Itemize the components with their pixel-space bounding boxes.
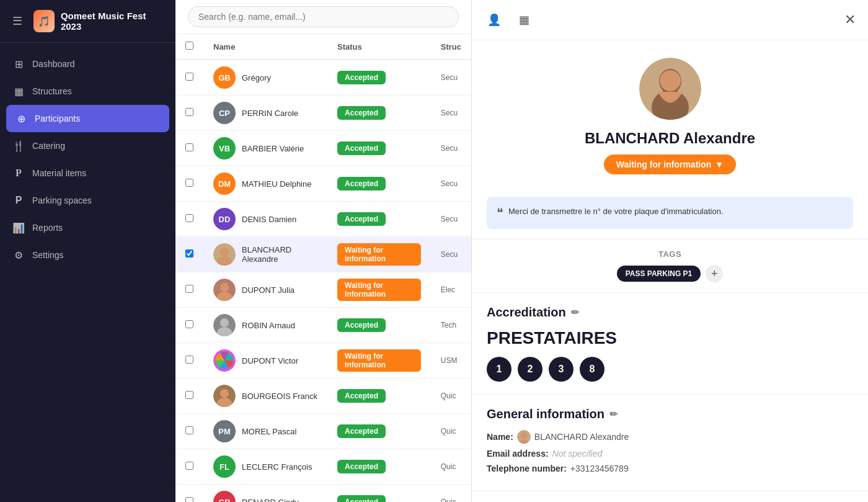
status-badge: Accepted: [337, 71, 386, 84]
status-label: Waiting for information: [616, 159, 711, 169]
status-badge: Accepted: [337, 318, 386, 332]
row-checkbox[interactable]: [185, 320, 193, 328]
num-3: 3: [549, 357, 574, 382]
sidebar-header: ☰ 🎵 Qomeet Music Fest 2023: [0, 0, 175, 43]
close-button[interactable]: ✕: [844, 12, 856, 28]
sidebar: ☰ 🎵 Qomeet Music Fest 2023 ⊞ Dashboard ▦…: [0, 0, 175, 502]
hamburger-icon[interactable]: ☰: [12, 14, 22, 28]
search-input[interactable]: [188, 6, 459, 27]
participant-avatar: GB: [213, 66, 236, 89]
num-8: 8: [580, 357, 604, 382]
row-checkbox[interactable]: [185, 249, 193, 258]
table-row[interactable]: VBBARBIER ValérieAcceptedSecu: [175, 131, 471, 166]
num-1: 1: [487, 357, 512, 382]
row-checkbox[interactable]: [185, 108, 193, 116]
svg-point-1: [220, 248, 229, 256]
detail-header: 👤 ▦ ✕: [472, 0, 868, 40]
select-all-header: [175, 34, 203, 60]
email-row: Email address: Not specified: [487, 449, 853, 459]
accreditation-numbers: 1 2 3 8: [487, 357, 853, 382]
table-row[interactable]: BOURGEOIS FranckAcceptedQuic: [175, 379, 471, 414]
table-row[interactable]: DUPONT VictorWaiting for informationUSM: [175, 343, 471, 379]
row-checkbox[interactable]: [185, 179, 193, 187]
participant-avatar: CR: [213, 491, 236, 502]
row-checkbox[interactable]: [185, 391, 193, 399]
struct-cell: Quic: [431, 379, 471, 414]
status-badge: Accepted: [337, 141, 386, 155]
sidebar-item-participants[interactable]: ⊕ Participants: [6, 105, 169, 132]
participant-avatar: [213, 243, 236, 266]
select-all-checkbox[interactable]: [185, 42, 193, 50]
participant-avatar: [213, 385, 236, 407]
sidebar-item-structures[interactable]: ▦ Structures: [0, 78, 175, 105]
profile-avatar: [639, 58, 701, 120]
status-badge: Accepted: [337, 212, 386, 226]
general-info-title: General information ✏: [487, 407, 853, 421]
status-badge: Accepted: [337, 106, 386, 120]
participant-name: LECLERC François: [242, 462, 312, 472]
participant-avatar: VB: [213, 137, 236, 159]
table-row[interactable]: BLANCHARD AlexandreWaiting for informati…: [175, 237, 471, 272]
person-icon[interactable]: 👤: [484, 10, 504, 30]
calendar-icon[interactable]: ▦: [514, 10, 534, 30]
status-badge: Accepted: [337, 389, 386, 403]
reports-icon: 📊: [12, 222, 25, 234]
participant-name: MOREL Pascal: [242, 427, 296, 436]
sidebar-item-reports[interactable]: 📊 Reports: [0, 214, 175, 241]
row-checkbox[interactable]: [185, 285, 193, 293]
table-row[interactable]: ROBIN ArnaudAcceptedTech: [175, 308, 471, 343]
participant-name: DENIS Damien: [242, 215, 296, 224]
name-label: Name:: [487, 432, 513, 442]
row-checkbox[interactable]: [185, 356, 193, 364]
tags-row: PASS PARKING P1 +: [487, 265, 853, 282]
sidebar-item-dashboard[interactable]: ⊞ Dashboard: [0, 50, 175, 78]
table-row[interactable]: DMMATHIEU DelphineAcceptedSecu: [175, 166, 471, 202]
table-row[interactable]: PMMOREL PascalAcceptedQuic: [175, 414, 471, 449]
info-message-text: Merci de transmettre le n° de votre plaq…: [508, 205, 724, 218]
general-info-section: General information ✏ Name: BLANCHARD Al…: [472, 394, 868, 491]
status-button[interactable]: Waiting for information ▼: [604, 155, 736, 174]
sidebar-item-material[interactable]: P Material items: [0, 159, 175, 187]
sidebar-item-parking[interactable]: P Parking spaces: [0, 187, 175, 214]
row-checkbox[interactable]: [185, 462, 193, 470]
app-logo: 🎵: [33, 10, 55, 32]
table-row[interactable]: CRRENARD CindyAcceptedQuic: [175, 485, 471, 503]
add-tag-button[interactable]: +: [706, 265, 723, 282]
row-checkbox[interactable]: [185, 426, 193, 434]
detail-panel: 👤 ▦ ✕ BLANCHARD Alexandre Waiting for in…: [471, 0, 868, 502]
struct-cell: Secu: [431, 166, 471, 202]
participant-avatar: PM: [213, 420, 236, 442]
table-row[interactable]: GBGrégoryAcceptedSecu: [175, 60, 471, 96]
participant-name: ROBIN Arnaud: [242, 321, 295, 330]
participant-name: MATHIEU Delphine: [242, 179, 311, 189]
participant-avatar: DD: [213, 208, 236, 230]
status-badge: Waiting for information: [337, 243, 421, 266]
sidebar-item-label: Reports: [32, 223, 63, 233]
table-row[interactable]: DDDENIS DamienAcceptedSecu: [175, 202, 471, 237]
row-checkbox[interactable]: [185, 214, 193, 222]
general-info-edit-icon[interactable]: ✏: [609, 408, 618, 420]
status-column-header: Status: [327, 34, 431, 60]
participant-name: DUPONT Victor: [242, 356, 298, 365]
row-checkbox[interactable]: [185, 497, 193, 502]
participant-name: PERRIN Carole: [242, 109, 298, 118]
tags-section: TAGS PASS PARKING P1 +: [472, 239, 868, 292]
name-column-header: Name: [203, 34, 327, 60]
sidebar-nav: ⊞ Dashboard ▦ Structures ⊕ Participants …: [0, 43, 175, 502]
table-row[interactable]: DUPONT JuliaWaiting for informationElec: [175, 272, 471, 308]
row-checkbox[interactable]: [185, 143, 193, 151]
app-title: Qomeet Music Fest 2023: [61, 11, 163, 32]
table-row[interactable]: CPPERRIN CaroleAcceptedSecu: [175, 96, 471, 131]
participant-name: Grégory: [242, 73, 271, 83]
quote-icon: ❝: [497, 205, 503, 220]
table-row[interactable]: FLLECLERC FrançoisAcceptedQuic: [175, 449, 471, 485]
sidebar-item-settings[interactable]: ⚙ Settings: [0, 241, 175, 269]
svg-point-18: [521, 433, 527, 439]
num-2: 2: [518, 357, 542, 382]
svg-point-4: [220, 283, 229, 292]
sidebar-item-catering[interactable]: 🍴 Catering: [0, 132, 175, 159]
accreditation-edit-icon[interactable]: ✏: [571, 307, 579, 318]
struct-cell: Secu: [431, 96, 471, 131]
struct-cell: Secu: [431, 131, 471, 166]
row-checkbox[interactable]: [185, 73, 193, 81]
